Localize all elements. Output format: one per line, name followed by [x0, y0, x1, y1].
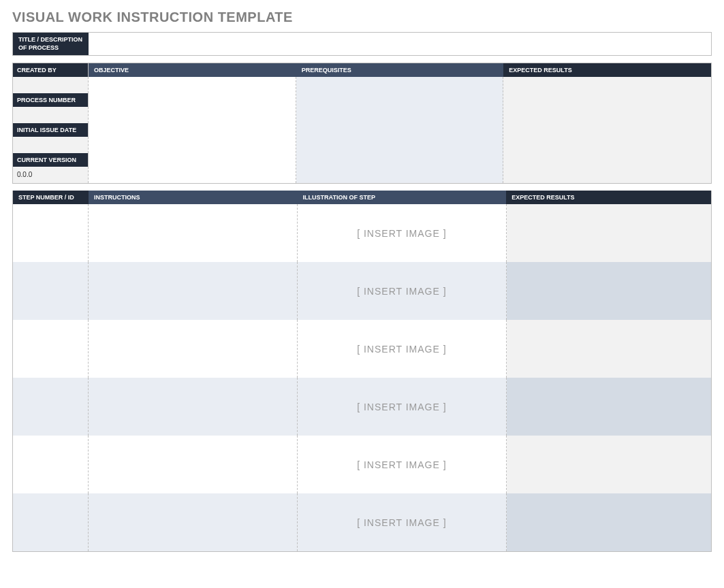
step-row: [ INSERT IMAGE ] [13, 378, 711, 436]
step-expected-input[interactable] [507, 378, 711, 436]
objective-label: OBJECTIVE [89, 63, 296, 77]
process-number-input[interactable] [13, 107, 89, 123]
step-instructions-input[interactable] [89, 204, 298, 262]
step-instructions-input[interactable] [89, 320, 298, 378]
step-illustration-placeholder[interactable]: [ INSERT IMAGE ] [298, 493, 507, 551]
step-row: [ INSERT IMAGE ] [13, 493, 711, 551]
objective-column: OBJECTIVE [89, 63, 296, 183]
step-number-input[interactable] [13, 436, 89, 493]
steps-header-row: STEP NUMBER / ID INSTRUCTIONS ILLUSTRATI… [13, 191, 711, 204]
meta-column: CREATED BY PROCESS NUMBER INITIAL ISSUE … [13, 63, 89, 183]
step-number-input[interactable] [13, 262, 89, 320]
process-number-label: PROCESS NUMBER [13, 93, 89, 107]
step-row: [ INSERT IMAGE ] [13, 204, 711, 262]
step-illustration-placeholder[interactable]: [ INSERT IMAGE ] [298, 204, 507, 262]
initial-issue-date-label: INITIAL ISSUE DATE [13, 123, 89, 137]
prerequisites-label: PREREQUISITES [296, 63, 504, 77]
step-illustration-placeholder[interactable]: [ INSERT IMAGE ] [298, 378, 507, 436]
current-version-label: CURRENT VERSION [13, 153, 89, 167]
step-illustration-placeholder[interactable]: [ INSERT IMAGE ] [298, 320, 507, 378]
step-number-input[interactable] [13, 378, 89, 436]
expected-results-input[interactable] [503, 77, 711, 183]
steps-header-illustration: ILLUSTRATION OF STEP [298, 191, 507, 204]
prerequisites-column: PREREQUISITES [296, 63, 504, 183]
title-description-row: TITLE / DESCRIPTION OF PROCESS [12, 32, 712, 56]
step-expected-input[interactable] [507, 436, 711, 493]
objective-input[interactable] [89, 77, 296, 183]
prerequisites-input[interactable] [296, 77, 504, 183]
step-expected-input[interactable] [507, 493, 711, 551]
page-title: VISUAL WORK INSTRUCTION TEMPLATE [12, 10, 712, 25]
step-instructions-input[interactable] [89, 436, 298, 493]
steps-header-step: STEP NUMBER / ID [13, 191, 89, 204]
step-number-input[interactable] [13, 320, 89, 378]
step-instructions-input[interactable] [89, 262, 298, 320]
steps-header-instructions: INSTRUCTIONS [89, 191, 298, 204]
created-by-label: CREATED BY [13, 63, 89, 77]
step-instructions-input[interactable] [89, 493, 298, 551]
expected-results-column: EXPECTED RESULTS [503, 63, 711, 183]
title-description-label: TITLE / DESCRIPTION OF PROCESS [13, 33, 89, 55]
steps-table: STEP NUMBER / ID INSTRUCTIONS ILLUSTRATI… [12, 191, 712, 552]
title-description-input[interactable] [89, 33, 711, 55]
step-row: [ INSERT IMAGE ] [13, 262, 711, 320]
initial-issue-date-input[interactable] [13, 137, 89, 153]
step-number-input[interactable] [13, 493, 89, 551]
step-instructions-input[interactable] [89, 378, 298, 436]
created-by-input[interactable] [13, 77, 89, 93]
step-illustration-placeholder[interactable]: [ INSERT IMAGE ] [298, 436, 507, 493]
expected-results-label: EXPECTED RESULTS [503, 63, 711, 77]
info-table: CREATED BY PROCESS NUMBER INITIAL ISSUE … [12, 63, 712, 184]
step-expected-input[interactable] [507, 204, 711, 262]
step-row: [ INSERT IMAGE ] [13, 436, 711, 493]
step-number-input[interactable] [13, 204, 89, 262]
step-row: [ INSERT IMAGE ] [13, 320, 711, 378]
current-version-input[interactable]: 0.0.0 [13, 167, 89, 183]
step-illustration-placeholder[interactable]: [ INSERT IMAGE ] [298, 262, 507, 320]
step-expected-input[interactable] [507, 320, 711, 378]
step-expected-input[interactable] [507, 262, 711, 320]
steps-header-expected: EXPECTED RESULTS [506, 191, 711, 204]
